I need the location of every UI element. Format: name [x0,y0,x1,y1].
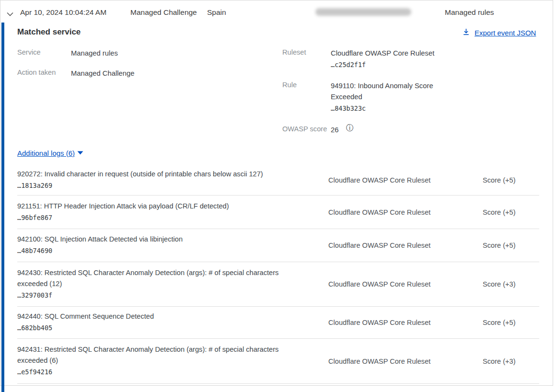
redacted-host-value [315,8,411,16]
log-ruleset-name: Cloudflare OWASP Core Ruleset [328,357,467,365]
chevron-down-icon[interactable] [6,10,14,19]
log-ruleset-name: Cloudflare OWASP Core Ruleset [328,280,467,288]
download-icon [462,28,470,38]
log-rule-description: 920272: Invalid character in request (ou… [17,169,300,180]
event-country: Spain [207,8,226,17]
log-ruleset-name: Cloudflare OWASP Core Ruleset [328,176,467,184]
event-service: Managed rules [445,8,494,17]
log-rule-hash: …1813a269 [17,180,300,192]
service-field-value: Managed rules [71,48,118,59]
log-row: 942440: SQL Comment Sequence Detected …6… [17,307,539,339]
log-score: Score (+5) [483,319,539,326]
log-rule-hash: …3297003f [17,289,300,301]
log-score: Score (+5) [483,242,539,249]
additional-logs-label: Additional logs (6) [17,149,75,157]
log-rule-hash: …e5f94216 [17,366,300,378]
log-score: Score (+5) [483,208,539,216]
log-score: Score (+5) [483,176,539,184]
ruleset-id-hash: …c25d2f1f [331,59,451,70]
additional-logs-toggle[interactable]: Additional logs (6) [17,149,83,157]
export-event-json-label: Export event JSON [475,29,536,37]
matched-service-title: Matched service [17,27,81,37]
log-row: 920272: Invalid character in request (ou… [17,165,539,196]
log-rule-hash: …48b74690 [17,245,300,257]
log-rule-description: 942440: SQL Comment Sequence Detected [17,311,300,322]
log-ruleset-name: Cloudflare OWASP Core Ruleset [328,242,467,249]
ruleset-field-value: Cloudflare OWASP Core Ruleset …c25d2f1f [331,48,451,70]
service-field-label: Service [17,48,41,56]
ruleset-name: Cloudflare OWASP Core Ruleset [331,48,451,59]
caret-down-icon [77,149,83,157]
log-rule-description: 921151: HTTP Header Injection Attack via… [17,201,300,212]
security-event-detail-page: Apr 10, 2024 10:04:24 AM Managed Challen… [0,0,556,392]
info-icon[interactable]: ⓘ [346,124,354,132]
log-score: Score (+3) [483,357,539,365]
owasp-score-label: OWASP score [282,125,327,133]
log-rule-description: 942100: SQL Injection Attack Detected vi… [17,234,300,245]
rule-id-hash: …843b323c [331,103,443,114]
event-action: Managed Challenge [130,8,197,17]
export-event-json-link[interactable]: Export event JSON [462,28,536,38]
log-row: 942430: Restricted SQL Character Anomaly… [17,262,539,307]
log-row: 921151: HTTP Header Injection Attack via… [17,196,539,229]
rule-field-label: Rule [282,81,297,89]
additional-logs-table: 920272: Invalid character in request (ou… [17,165,539,384]
event-timestamp: Apr 10, 2024 10:04:24 AM [20,8,106,17]
log-rule-hash: …96bfe867 [17,212,300,224]
rule-field-value: 949110: Inbound Anomaly Score Exceeded …… [331,81,443,114]
owasp-score-value: 26 [331,125,338,136]
expanded-row-accent-bar [1,23,4,392]
action-taken-field-label: Action taken [17,69,56,76]
log-rule-description: 942431: Restricted SQL Character Anomaly… [17,344,300,366]
log-row: 942100: SQL Injection Attack Detected vi… [17,229,539,262]
log-ruleset-name: Cloudflare OWASP Core Ruleset [328,208,467,216]
log-rule-description: 942430: Restricted SQL Character Anomaly… [17,267,300,289]
rule-name: 949110: Inbound Anomaly Score Exceeded [331,81,443,103]
action-taken-field-value: Managed Challenge [71,68,134,79]
ruleset-field-label: Ruleset [282,48,306,56]
log-ruleset-name: Cloudflare OWASP Core Ruleset [328,319,467,326]
log-rule-hash: …682bb405 [17,322,300,334]
log-score: Score (+3) [483,280,539,288]
log-row: 942431: Restricted SQL Character Anomaly… [17,339,539,384]
